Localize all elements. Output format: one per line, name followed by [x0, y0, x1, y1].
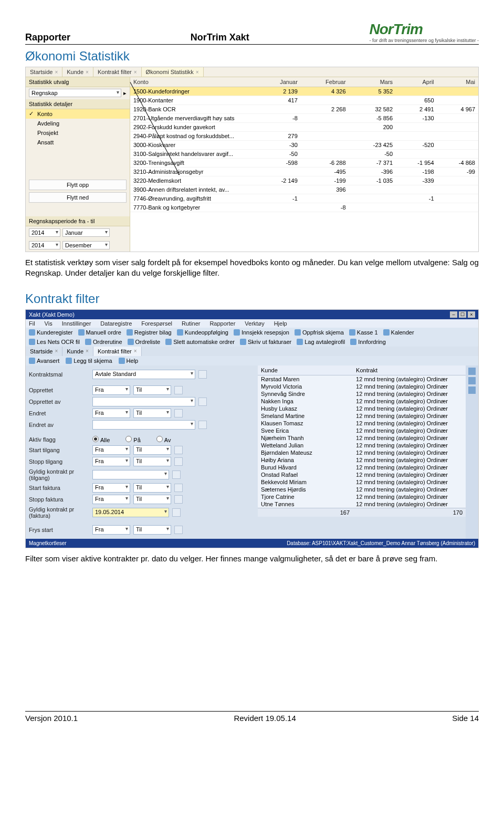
table-row[interactable]: 2701-Utgående merverdiavgift høy sats-8-… [130, 114, 478, 123]
close-icon[interactable]: × [468, 311, 475, 318]
table-row[interactable]: 7770-Bank og kortgebyrer-8 [130, 203, 478, 212]
list-item[interactable]: Høiby Ariana12 mnd trening (avtalegiro) … [258, 456, 466, 464]
close-icon[interactable]: × [86, 69, 89, 75]
menu-item[interactable]: Registrer bilag [127, 329, 172, 336]
menu-item[interactable]: Manuell ordre [78, 329, 121, 336]
table-row[interactable]: 3200-Treningsavgift-598-6 288-7 371-1 95… [130, 159, 478, 168]
col-kontrakt[interactable]: Kontrakt [353, 365, 466, 375]
flytt-opp-button[interactable]: Flytt opp [29, 180, 127, 190]
col-header[interactable]: April [396, 77, 437, 87]
menu-item[interactable]: Kasse 1 [349, 329, 378, 336]
list-item[interactable]: Onstad Rafael12 mnd trening (avtalegiro)… [258, 471, 466, 478]
menu-item[interactable]: Rutiner [182, 320, 200, 327]
aktiv-av-radio[interactable]: Av [156, 436, 171, 443]
tab-kontrakt-filter[interactable]: Kontrakt filter× [93, 67, 142, 77]
menu-item[interactable]: Oppfrisk skjema [295, 329, 344, 336]
menu-item[interactable]: Verktøy [245, 320, 264, 327]
menu-item[interactable]: Rapporter [209, 320, 235, 327]
close-icon[interactable]: × [55, 69, 58, 75]
table-row[interactable]: 2902-Forskudd kunder gavekort200 [130, 123, 478, 132]
maximize-icon[interactable]: ☐ [459, 311, 466, 318]
menu-item[interactable]: Skriv ut fakturaer [240, 339, 291, 345]
table-row[interactable]: 3100-Salgsinntekt handelsvarer avgif...-… [130, 150, 478, 159]
list-item[interactable]: Nakken Inga12 mnd trening (avtalegiro) O… [258, 398, 466, 405]
detail-item-avdeling[interactable]: Avdeling [26, 119, 130, 128]
menu-item[interactable]: Innfordring [350, 339, 386, 345]
menu-item[interactable]: Innsjekk resepsjon [234, 329, 289, 336]
menu-item[interactable]: Ordreliste [128, 339, 161, 345]
tab-kunde[interactable]: Kunde× [62, 347, 93, 356]
aktiv-alle-radio[interactable]: Alle [92, 436, 110, 443]
menu-item[interactable]: Forespørsel [141, 320, 172, 327]
month-from-select[interactable]: Januar [62, 228, 110, 237]
list-item[interactable]: Burud Håvard12 mnd trening (avtalegiro) … [258, 464, 466, 471]
opprettet-av-select[interactable] [92, 397, 195, 406]
endret-til[interactable]: Til [133, 409, 171, 418]
endret-av-select[interactable] [92, 420, 195, 430]
detail-item-prosjekt[interactable]: Prosjekt [26, 128, 130, 138]
table-row[interactable]: 1900-Kontanter417650 [130, 96, 478, 105]
list-item[interactable]: Bekkevold Miriam12 mnd trening (avtalegi… [258, 478, 466, 486]
year-to-select[interactable]: 2014 [29, 241, 60, 249]
tab-startside[interactable]: Startside× [26, 347, 62, 356]
col-header[interactable]: Januar [257, 77, 301, 87]
tab-startside[interactable]: Startside× [26, 67, 62, 77]
flytt-ned-button[interactable]: Flytt ned [29, 192, 127, 203]
minimize-icon[interactable]: – [450, 311, 457, 318]
col-header[interactable]: Mars [349, 77, 396, 87]
tab-kunde[interactable]: Kunde× [62, 67, 93, 77]
menu-item[interactable]: Hjelp [274, 320, 287, 327]
expand-icon[interactable]: ▸ [123, 90, 127, 97]
menu-item[interactable]: Kalender [383, 329, 414, 336]
table-row[interactable]: 7746-Øreavrunding, avgiftsfritt-1-1 [130, 194, 478, 203]
endret-fra[interactable]: Fra [92, 409, 130, 418]
menu-item[interactable]: Slett automatiske ordrer [165, 339, 235, 345]
table-row[interactable]: 3220-Medlemskort-2 149-199-1 035-339 [130, 176, 478, 185]
menu-item[interactable]: Innstillinger [62, 320, 91, 327]
year-from-select[interactable]: 2014 [29, 228, 60, 237]
ribbon-icon[interactable] [468, 377, 476, 384]
table-row[interactable]: 3000-Kioskvarer-30-23 425-520 [130, 141, 478, 150]
list-item[interactable]: Utne Tønnes12 mnd trening (avtalegiro) O… [258, 500, 466, 508]
list-item[interactable]: Synnevåg Sindre12 mnd trening (avtalegir… [258, 390, 466, 398]
list-item[interactable]: Klausen Tomasz12 mnd trening (avtalegiro… [258, 420, 466, 427]
aktiv-pa-radio[interactable]: På [125, 436, 140, 443]
menu-item[interactable]: Vis [45, 320, 52, 327]
detail-item-konto[interactable]: Konto [26, 109, 130, 119]
opprettet-til[interactable]: Til [133, 385, 171, 395]
menu-item[interactable]: Les Nets OCR fil [29, 339, 80, 345]
col-kunde[interactable]: Kunde [258, 365, 353, 375]
opprettet-fra[interactable]: Fra [92, 385, 130, 395]
table-row[interactable]: 1500-Kundefordringer2 1394 3265 352 [130, 87, 478, 96]
col-header[interactable]: Februar [301, 77, 349, 87]
list-item[interactable]: Smeland Martine12 mnd trening (avtalegir… [258, 412, 466, 420]
list-item[interactable]: Svee Erica12 mnd trening (avtalegiro) Or… [258, 427, 466, 434]
field-action-icon[interactable] [198, 370, 207, 379]
table-row[interactable]: 1920-Bank OCR2 26832 5822 4914 967 [130, 105, 478, 114]
menu-item[interactable]: Dataregistre [100, 320, 132, 327]
list-item[interactable]: Bjørndalen Mateusz12 mnd trening (avtale… [258, 449, 466, 456]
detail-item-ansatt[interactable]: Ansatt [26, 138, 130, 147]
close-icon[interactable]: × [134, 69, 137, 75]
list-item[interactable]: Sæternes Hjørdis12 mnd trening (avtalegi… [258, 486, 466, 493]
menu-item[interactable]: Kundeoppfølging [177, 329, 228, 336]
statistikk-utvalg-select[interactable]: Regnskap [29, 89, 121, 97]
kontraktsmal-select[interactable]: Avtale Standard [92, 370, 195, 379]
menu-item[interactable]: Ordrerutine [85, 339, 122, 345]
table-row[interactable]: 3210-Administrasjonsgebyr-495-396-198-99 [130, 168, 478, 176]
menu-item[interactable]: Avansert [29, 358, 59, 364]
list-item[interactable]: Husby Lukasz12 mnd trening (avtalegiro) … [258, 405, 466, 412]
list-item[interactable]: Tjore Catrine12 mnd trening (avtalegiro)… [258, 493, 466, 500]
menu-item[interactable]: Kunderegister [29, 329, 73, 336]
menu-item[interactable]: Help [119, 358, 139, 364]
ribbon-icon[interactable] [468, 386, 476, 394]
menu-item[interactable]: Legg til skjema [66, 358, 112, 364]
list-item[interactable]: Wetteland Julian12 mnd trening (avtalegi… [258, 442, 466, 449]
col-header[interactable]: Konto [130, 77, 257, 87]
col-header[interactable]: Mai [437, 77, 478, 87]
table-row[interactable]: 3900-Annen driftsrelatert inntekt, av...… [130, 185, 478, 194]
table-row[interactable]: 2940-Påløpt kostnad og forskuddsbet...27… [130, 132, 478, 141]
menu-item[interactable]: Lag avtalegirofil [297, 339, 345, 345]
ribbon-icon[interactable] [468, 368, 476, 375]
gyldig-faktura-input[interactable]: 19.05.2014 [92, 508, 169, 517]
